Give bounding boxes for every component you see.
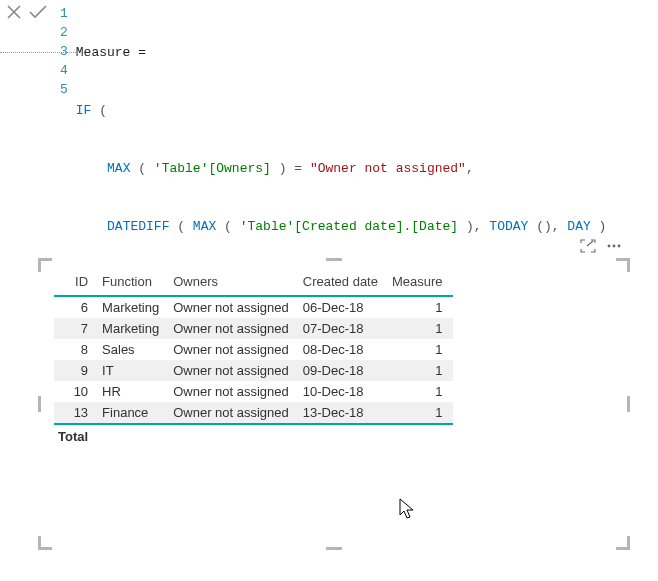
table-cell: 8 (54, 339, 98, 360)
formula-resize-divider[interactable] (0, 52, 78, 53)
code-token: ( (130, 161, 153, 176)
column-header[interactable]: Function (98, 270, 169, 296)
code-token: "Owner not assigned" (310, 161, 466, 176)
code-token: ) = (271, 161, 310, 176)
code-token: DATEDIFF (107, 219, 169, 234)
table-cell: 10 (54, 381, 98, 402)
code-token: ) (591, 219, 607, 234)
code-token: 'Table'[Created date].[Date] (240, 219, 458, 234)
table-header-row: ID Function Owners Created date Measure (54, 270, 453, 296)
table-cell: 13-Dec-18 (299, 402, 388, 424)
resize-handle[interactable] (627, 396, 630, 412)
table-cell: 7 (54, 318, 98, 339)
code-token: DAY (567, 219, 590, 234)
data-table: ID Function Owners Created date Measure … (54, 270, 453, 448)
table-cell: HR (98, 381, 169, 402)
table-row[interactable]: 8SalesOwner not assigned08-Dec-181 (54, 339, 453, 360)
resize-handle[interactable] (326, 258, 342, 261)
table-row[interactable]: 9ITOwner not assigned09-Dec-181 (54, 360, 453, 381)
commit-icon[interactable] (28, 4, 48, 20)
resize-handle[interactable] (38, 396, 41, 412)
total-label: Total (54, 424, 98, 448)
table-row[interactable]: 7MarketingOwner not assigned07-Dec-181 (54, 318, 453, 339)
code-token: ( (216, 219, 239, 234)
table-cell: Owner not assigned (169, 360, 299, 381)
code-token: IF (76, 103, 92, 118)
svg-point-0 (608, 245, 611, 248)
code-token: Measure = (76, 45, 146, 60)
code-token: 'Table'[Owners] (154, 161, 271, 176)
table-cell: Sales (98, 339, 169, 360)
table-cell: 07-Dec-18 (299, 318, 388, 339)
table-cell: Owner not assigned (169, 318, 299, 339)
code-token: TODAY (489, 219, 528, 234)
code-token: ( (91, 103, 107, 118)
visual-header-toolbar (580, 239, 622, 257)
table-cell: Owner not assigned (169, 339, 299, 360)
table-cell: 1 (388, 360, 453, 381)
code-token: ), (458, 219, 489, 234)
table-cell: 1 (388, 402, 453, 424)
table-cell: Owner not assigned (169, 402, 299, 424)
table-cell: Marketing (98, 296, 169, 318)
resize-handle[interactable] (38, 258, 52, 272)
focus-mode-icon[interactable] (580, 239, 596, 257)
table-cell: Owner not assigned (169, 296, 299, 318)
table-total-row: Total (54, 424, 453, 448)
code-token: MAX (107, 161, 130, 176)
resize-handle[interactable] (326, 547, 342, 550)
svg-point-2 (618, 245, 621, 248)
table-cell: 1 (388, 318, 453, 339)
table-cell: 1 (388, 339, 453, 360)
code-token: (), (528, 219, 567, 234)
table-cell: 9 (54, 360, 98, 381)
column-header[interactable]: Measure (388, 270, 453, 296)
code-token: MAX (193, 219, 216, 234)
resize-handle[interactable] (616, 536, 630, 550)
table-cell: 09-Dec-18 (299, 360, 388, 381)
table-cell: 10-Dec-18 (299, 381, 388, 402)
table-row[interactable]: 10HROwner not assigned10-Dec-181 (54, 381, 453, 402)
column-header[interactable]: Owners (169, 270, 299, 296)
column-header[interactable]: Created date (299, 270, 388, 296)
table-cell: Marketing (98, 318, 169, 339)
code-token: , (466, 161, 474, 176)
table-cell: 13 (54, 402, 98, 424)
resize-handle[interactable] (616, 258, 630, 272)
formula-bar-controls (0, 0, 54, 24)
table-cell: 06-Dec-18 (299, 296, 388, 318)
svg-point-1 (613, 245, 616, 248)
more-options-icon[interactable] (606, 239, 622, 257)
table-cell: 08-Dec-18 (299, 339, 388, 360)
table-row[interactable]: 6MarketingOwner not assigned06-Dec-181 (54, 296, 453, 318)
table-cell: 1 (388, 296, 453, 318)
table-visual[interactable]: ID Function Owners Created date Measure … (40, 260, 628, 548)
resize-handle[interactable] (38, 536, 52, 550)
column-header[interactable]: ID (54, 270, 98, 296)
table-cell: 1 (388, 381, 453, 402)
cancel-icon[interactable] (6, 4, 22, 20)
table-cell: Finance (98, 402, 169, 424)
table-cell: IT (98, 360, 169, 381)
table-cell: 6 (54, 296, 98, 318)
table-cell: Owner not assigned (169, 381, 299, 402)
code-token: ( (169, 219, 192, 234)
table-row[interactable]: 13FinanceOwner not assigned13-Dec-181 (54, 402, 453, 424)
